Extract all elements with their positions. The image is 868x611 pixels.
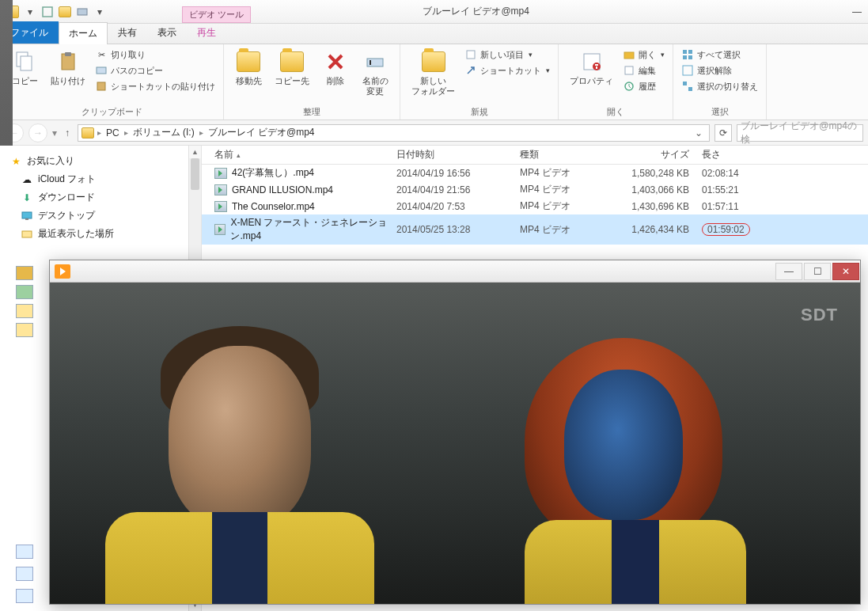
svg-rect-27 (22, 231, 32, 237)
tree-icon[interactable] (16, 545, 33, 559)
file-date: 2014/04/19 16:56 (396, 168, 520, 179)
tab-share[interactable]: 共有 (108, 21, 147, 44)
scroll-up-icon[interactable]: ▲ (189, 146, 201, 158)
sidebar-favorites[interactable]: ★ お気に入り (3, 152, 198, 170)
file-list: 42(字幕無し）.mp42014/04/19 16:56MP4 ビデオ1,580… (202, 165, 868, 245)
player-app-icon (55, 264, 70, 279)
svg-rect-6 (97, 67, 106, 74)
qat-extra-icon[interactable] (76, 6, 89, 18)
col-size[interactable]: サイズ (613, 148, 702, 161)
file-length: 02:08:14 (702, 168, 773, 179)
delete-button[interactable]: 削除 (319, 47, 352, 88)
path-icon (95, 64, 108, 77)
svg-rect-0 (43, 7, 52, 17)
sidebar-item[interactable]: 最近表示した場所 (3, 225, 198, 243)
file-row[interactable]: 42(字幕無し）.mp42014/04/19 16:56MP4 ビデオ1,580… (202, 165, 868, 181)
player-close-button[interactable]: ✕ (832, 263, 859, 280)
window-minimize-button[interactable]: — (846, 6, 868, 17)
qat-properties-icon[interactable] (41, 6, 54, 18)
col-name[interactable]: 名前▴ (214, 148, 396, 161)
tab-view[interactable]: 表示 (147, 21, 187, 44)
col-length[interactable]: 長さ (702, 148, 773, 161)
refresh-button[interactable]: ⟳ (714, 124, 732, 142)
new-folder-button[interactable]: 新しい フォルダー (408, 47, 458, 98)
group-clipboard: コピー 貼り付け ✂切り取り パスのコピー ショートカットの貼り付け クリップボ… (0, 44, 224, 120)
qat-newfolder-icon[interactable] (59, 6, 71, 17)
invert-selection-button[interactable]: 選択の切り替え (681, 79, 758, 93)
open-button[interactable]: 開く▾ (623, 47, 665, 62)
file-name: 42(字幕無し）.mp4 (232, 166, 314, 180)
properties-button[interactable]: プロパティ (567, 47, 616, 88)
scroll-thumb[interactable] (191, 158, 199, 190)
file-size: 1,430,696 KB (613, 201, 702, 212)
player-maximize-button[interactable]: ☐ (804, 263, 831, 280)
crumb-volume[interactable]: ボリューム (I:) (131, 126, 196, 139)
file-date: 2014/05/25 13:28 (396, 224, 520, 235)
cut-button[interactable]: ✂切り取り (95, 47, 215, 62)
figure-woman-head (564, 370, 683, 520)
select-all-button[interactable]: すべて選択 (681, 47, 758, 62)
svg-rect-24 (688, 87, 692, 91)
file-row[interactable]: GRAND ILLUSION.mp42014/04/19 21:56MP4 ビデ… (202, 181, 868, 198)
svg-rect-3 (21, 56, 32, 70)
file-row[interactable]: The Counselor.mp42014/04/20 7:53MP4 ビデオ1… (202, 198, 868, 214)
player-minimize-button[interactable]: — (775, 263, 802, 280)
copy-path-button[interactable]: パスのコピー (95, 63, 215, 78)
crumb-sep-icon: ▸ (124, 128, 128, 137)
group-new: 新しい フォルダー 新しい項目▾ ショートカット▾ 新規 (400, 44, 559, 120)
new-shortcut-button[interactable]: ショートカット▾ (464, 63, 550, 78)
file-row[interactable]: X-MEN ファースト・ジェネレーション.mp42014/05/25 13:28… (202, 214, 868, 245)
svg-rect-18 (683, 50, 687, 54)
video-file-icon (214, 224, 226, 235)
addr-dropdown-icon[interactable]: ⌄ (692, 127, 706, 139)
sidebar-item[interactable]: ☁iCloud フォト (3, 170, 198, 188)
svg-rect-23 (683, 82, 687, 85)
player-video-area[interactable]: SDT (50, 283, 860, 604)
select-all-icon (681, 48, 694, 61)
col-type[interactable]: 種類 (520, 148, 613, 161)
qat-more-icon[interactable]: ▾ (93, 6, 106, 18)
paste-icon (55, 49, 81, 74)
figure-man-head (169, 346, 311, 528)
paste-button[interactable]: 貼り付け (47, 47, 89, 88)
copy-button[interactable]: コピー (8, 47, 41, 88)
tab-play[interactable]: 再生 (187, 21, 226, 44)
qat-dropdown-icon[interactable]: ▾ (24, 6, 36, 18)
file-type: MP4 ビデオ (520, 199, 613, 213)
col-date[interactable]: 日付時刻 (396, 148, 520, 161)
svg-rect-25 (22, 212, 32, 218)
scissors-icon: ✂ (95, 48, 108, 61)
address-bar[interactable]: ▸ PC ▸ ボリューム (I:) ▸ ブルーレイ ビデオ@mp4 ⌄ (78, 124, 710, 142)
player-titlebar[interactable]: — ☐ ✕ (50, 260, 860, 283)
new-item-button[interactable]: 新しい項目▾ (464, 47, 550, 62)
select-none-button[interactable]: 選択解除 (681, 63, 758, 78)
nav-forward-button[interactable]: → (28, 123, 47, 142)
tree-icon[interactable] (16, 589, 33, 603)
svg-rect-10 (467, 51, 475, 59)
left-tree-icons (16, 266, 33, 337)
nav-recent-dropdown[interactable]: ▾ (52, 127, 57, 139)
search-input[interactable]: ブルーレイ ビデオ@mp4の検 (737, 124, 863, 142)
tab-home[interactable]: ホーム (59, 22, 108, 44)
tree-icon[interactable] (16, 266, 33, 280)
svg-rect-20 (683, 55, 687, 59)
sidebar-item[interactable]: デスクトップ (3, 207, 198, 225)
rename-button[interactable]: 名前の 変更 (358, 47, 392, 98)
move-to-button[interactable]: 移動先 (232, 47, 265, 88)
history-button[interactable]: 履歴 (623, 79, 665, 93)
svg-rect-21 (688, 55, 692, 59)
tree-icon[interactable] (16, 304, 33, 318)
paste-shortcut-button[interactable]: ショートカットの貼り付け (95, 79, 215, 93)
tree-icon[interactable] (16, 285, 33, 299)
edit-button[interactable]: 編集 (623, 63, 665, 78)
ribbon: コピー 貼り付け ✂切り取り パスのコピー ショートカットの貼り付け クリップボ… (0, 44, 868, 120)
nav-up-button[interactable]: ↑ (62, 127, 73, 139)
copy-to-button[interactable]: コピー先 (271, 47, 313, 88)
invert-icon (681, 80, 694, 93)
sidebar-item[interactable]: ⬇ダウンロード (3, 188, 198, 207)
tree-icon[interactable] (16, 323, 33, 337)
tree-icon[interactable] (16, 567, 33, 581)
crumb-pc[interactable]: PC (104, 127, 121, 139)
left-bottom-icons (16, 545, 33, 603)
crumb-folder[interactable]: ブルーレイ ビデオ@mp4 (207, 126, 316, 139)
